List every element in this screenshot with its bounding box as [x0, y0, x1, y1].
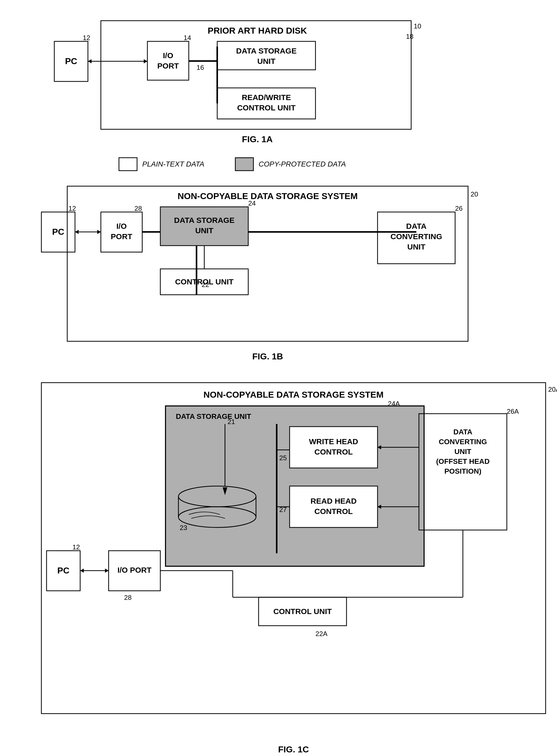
svg-marker-65: [80, 569, 84, 573]
svg-rect-25: [235, 158, 254, 171]
svg-text:26: 26: [455, 205, 463, 212]
svg-text:READ HEAD: READ HEAD: [311, 497, 357, 505]
full-diagram: PRIOR ART HARD DISK 10 18 I/O PORT 14 16…: [16, 10, 557, 756]
svg-text:CONTROL UNIT: CONTROL UNIT: [237, 103, 296, 112]
svg-marker-35: [97, 230, 101, 234]
svg-text:PC: PC: [57, 566, 69, 575]
svg-text:POSITION): POSITION): [444, 467, 481, 475]
svg-text:READ/WRITE: READ/WRITE: [242, 93, 291, 101]
svg-rect-5: [147, 41, 189, 80]
svg-text:DATA: DATA: [406, 222, 427, 230]
ref-14-svg: 14: [184, 34, 191, 42]
svg-text:24: 24: [248, 199, 256, 207]
svg-text:20: 20: [471, 190, 478, 198]
svg-text:28: 28: [124, 594, 131, 601]
svg-text:21: 21: [228, 418, 235, 426]
ref-10-svg: 10: [414, 22, 421, 30]
svg-text:PC: PC: [52, 227, 64, 237]
svg-text:DATA: DATA: [453, 428, 472, 436]
svg-text:PORT: PORT: [111, 232, 132, 241]
svg-text:COPY-PROTECTED DATA: COPY-PROTECTED DATA: [259, 160, 346, 168]
svg-text:UNIT: UNIT: [195, 226, 213, 235]
svg-text:28: 28: [135, 205, 142, 212]
svg-text:CONVERTING: CONVERTING: [390, 232, 442, 241]
svg-text:23: 23: [180, 524, 187, 532]
svg-text:(OFFSET HEAD: (OFFSET HEAD: [436, 457, 490, 465]
svg-marker-34: [75, 230, 79, 234]
svg-text:UNIT: UNIT: [455, 448, 471, 456]
svg-text:26A: 26A: [507, 407, 519, 415]
svg-marker-22: [144, 59, 147, 63]
svg-text:25: 25: [279, 454, 287, 462]
svg-text:20A: 20A: [548, 386, 557, 393]
svg-text:CONTROL: CONTROL: [315, 507, 353, 516]
svg-text:UNIT: UNIT: [407, 243, 426, 251]
svg-text:12: 12: [83, 34, 90, 42]
svg-marker-21: [88, 59, 91, 63]
svg-text:12: 12: [72, 543, 80, 551]
svg-text:I/O: I/O: [116, 222, 127, 230]
svg-text:DATA STORAGE UNIT: DATA STORAGE UNIT: [176, 413, 251, 420]
write-head-svg: WRITE HEAD: [309, 437, 358, 446]
ref-18-svg: 18: [406, 33, 413, 40]
svg-text:UNIT: UNIT: [257, 57, 275, 65]
svg-rect-23: [119, 158, 137, 171]
svg-text:DATA STORAGE: DATA STORAGE: [174, 216, 235, 224]
svg-text:22A: 22A: [316, 630, 328, 638]
svg-text:24A: 24A: [388, 400, 400, 407]
fig1a-label-svg: FIG. 1A: [242, 134, 272, 144]
fig1b-label-svg: FIG. 1B: [252, 351, 283, 361]
svg-text:DATA STORAGE: DATA STORAGE: [236, 47, 297, 55]
svg-text:PORT: PORT: [157, 62, 179, 70]
svg-text:PC: PC: [65, 56, 77, 66]
svg-text:NON-COPYABLE DATA STORAGE SYST: NON-COPYABLE DATA STORAGE SYSTEM: [178, 191, 358, 201]
svg-text:PLAIN-TEXT DATA: PLAIN-TEXT DATA: [142, 160, 204, 168]
svg-text:CONTROL UNIT: CONTROL UNIT: [175, 277, 234, 286]
svg-text:CONTROL UNIT: CONTROL UNIT: [273, 607, 332, 615]
svg-text:CONTROL: CONTROL: [315, 448, 353, 456]
svg-marker-66: [105, 569, 109, 573]
svg-text:16: 16: [197, 64, 204, 71]
svg-rect-11: [217, 41, 316, 70]
svg-text:I/O: I/O: [163, 51, 173, 60]
svg-rect-88: [290, 486, 378, 527]
svg-text:CONVERTING: CONVERTING: [439, 438, 487, 446]
fig1a-title-svg: PRIOR ART HARD DISK: [208, 26, 307, 35]
svg-text:NON-COPYABLE DATA STORAGE SYST: NON-COPYABLE DATA STORAGE SYSTEM: [204, 390, 383, 399]
svg-text:12: 12: [68, 205, 76, 212]
svg-rect-86: [290, 427, 378, 468]
svg-text:I/O PORT: I/O PORT: [117, 566, 151, 574]
fig1c-label-svg: FIG. 1C: [278, 744, 309, 754]
